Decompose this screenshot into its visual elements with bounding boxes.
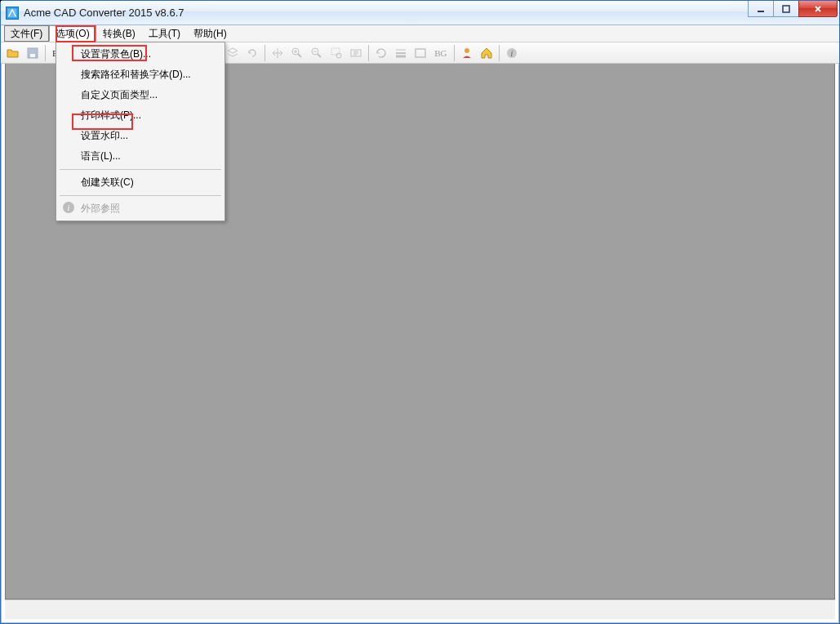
menu-item-label: 设置水印...	[81, 130, 128, 141]
toolbar-separator	[264, 45, 265, 61]
rotate-icon[interactable]	[243, 44, 261, 62]
layers-icon[interactable]	[224, 44, 242, 62]
pan-icon[interactable]	[269, 44, 287, 62]
svg-rect-28	[416, 49, 425, 57]
menu-print-style[interactable]: 打印样式(P)...	[58, 105, 223, 126]
menu-options[interactable]: 选项(O)	[49, 25, 96, 42]
zoom-extents-icon[interactable]	[347, 44, 365, 62]
menu-set-watermark[interactable]: 设置水印...	[58, 126, 223, 146]
statusbar	[5, 599, 835, 619]
menu-convert[interactable]: 转换(B)	[96, 25, 142, 42]
menu-separator	[60, 195, 221, 196]
options-dropdown: 设置背景色(B)... 搜索路径和替换字体(D)... 自定义页面类型... 打…	[56, 42, 225, 221]
open-file-icon[interactable]	[4, 44, 22, 62]
svg-point-23	[336, 53, 341, 58]
lineweight-icon[interactable]	[392, 44, 410, 62]
info-icon: i	[63, 202, 74, 213]
svg-point-29	[464, 48, 469, 53]
user-icon[interactable]	[458, 44, 476, 62]
menu-item-label: 搜索路径和替换字体(D)...	[81, 69, 191, 80]
menu-item-label: 外部参照	[81, 203, 120, 214]
svg-line-20	[318, 54, 321, 57]
titlebar: Acme CAD Converter 2015 v8.6.7	[1, 1, 839, 25]
refresh-icon[interactable]	[372, 44, 390, 62]
menu-set-bg-color[interactable]: 设置背景色(B)...	[58, 44, 223, 65]
menu-language[interactable]: 语言(L)...	[58, 146, 223, 167]
menubar: 文件(F) 选项(O) 转换(B) 工具(T) 帮助(H)	[1, 25, 839, 42]
minimize-button[interactable]	[748, 1, 774, 17]
fullscreen-icon[interactable]	[411, 44, 429, 62]
menu-file[interactable]: 文件(F)	[4, 25, 49, 42]
menu-create-assoc[interactable]: 创建关联(C)	[58, 172, 223, 193]
app-window: Acme CAD Converter 2015 v8.6.7 文件(F) 选项(…	[0, 0, 840, 624]
menu-search-path-fonts[interactable]: 搜索路径和替换字体(D)...	[58, 65, 223, 85]
menu-item-label: 打印样式(P)...	[81, 109, 141, 121]
zoom-out-icon[interactable]	[308, 44, 326, 62]
svg-rect-2	[783, 6, 789, 12]
home-icon[interactable]	[478, 44, 496, 62]
zoom-in-icon[interactable]	[288, 44, 306, 62]
window-controls	[749, 1, 838, 17]
save-icon[interactable]	[24, 44, 42, 62]
menu-item-label: 设置背景色(B)...	[81, 48, 151, 60]
menu-item-label: 语言(L)...	[81, 150, 121, 162]
bg-toggle-button[interactable]: BG	[431, 44, 450, 62]
toolbar-separator	[454, 45, 455, 61]
close-button[interactable]	[798, 1, 838, 17]
svg-text:i: i	[510, 49, 513, 58]
toolbar-separator	[499, 45, 500, 61]
menu-separator	[60, 169, 221, 170]
menu-item-label: 创建关联(C)	[81, 176, 134, 188]
menu-item-label: 自定义页面类型...	[81, 89, 158, 100]
menu-custom-page-type[interactable]: 自定义页面类型...	[58, 85, 223, 105]
menu-external-ref: i 外部参照	[58, 198, 223, 219]
window-title: Acme CAD Converter 2015 v8.6.7	[24, 7, 184, 19]
menu-tools[interactable]: 工具(T)	[142, 25, 187, 42]
app-icon	[6, 7, 19, 20]
toolbar-separator	[368, 45, 369, 61]
svg-line-16	[298, 54, 301, 57]
maximize-button[interactable]	[773, 1, 799, 17]
svg-rect-22	[331, 48, 340, 55]
about-icon[interactable]: i	[503, 44, 521, 62]
menu-help[interactable]: 帮助(H)	[187, 25, 233, 42]
svg-rect-1	[758, 11, 764, 12]
zoom-window-icon[interactable]	[327, 44, 345, 62]
svg-rect-4	[30, 54, 35, 57]
toolbar-separator	[45, 45, 46, 61]
